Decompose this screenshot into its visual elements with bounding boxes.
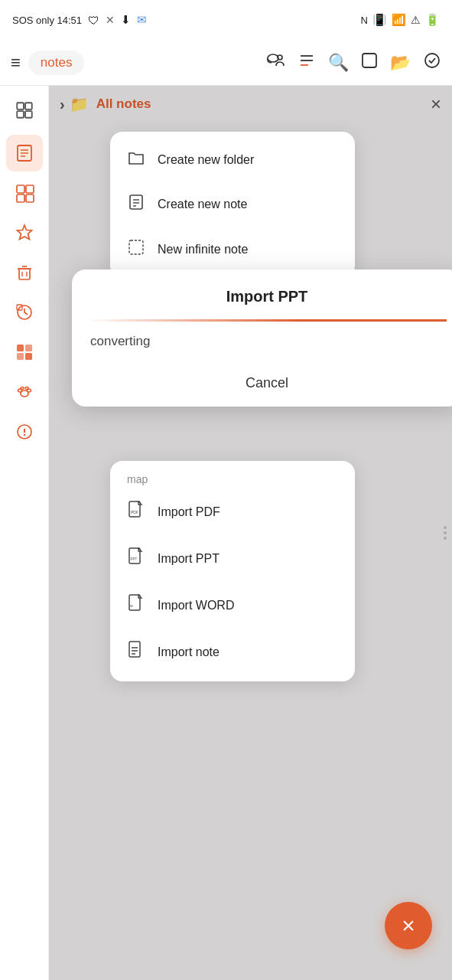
menu-button[interactable]: ≡ — [11, 53, 21, 73]
svg-rect-16 — [26, 185, 34, 193]
import-ppt-label: Import PPT — [158, 552, 219, 566]
sidebar-item-notes-list[interactable] — [6, 135, 43, 172]
status-bar: SOS only 14:51 🛡 ✕ ⬇ ✉ N 📳 📶 ⚠ 🔋 — [0, 0, 452, 40]
word-icon: W — [127, 594, 145, 616]
note-import-icon — [127, 641, 145, 663]
status-right: N 📳 📶 ⚠ 🔋 — [361, 13, 440, 27]
create-folder-item[interactable]: Create new folder — [110, 138, 355, 181]
svg-text:PPT: PPT — [131, 557, 138, 561]
fab-x-icon: × — [402, 914, 415, 937]
svg-rect-49 — [129, 642, 140, 657]
import-ppt-item[interactable]: PPT Import PPT — [110, 535, 355, 582]
svg-rect-8 — [25, 103, 32, 109]
svg-point-33 — [21, 387, 24, 390]
sidebar-item-starred[interactable] — [6, 214, 43, 251]
sidebar-item-trash[interactable] — [6, 254, 43, 291]
resize-dot — [444, 537, 447, 540]
resize-dot — [444, 526, 447, 529]
new-infinite-note-label: New infinite note — [158, 243, 248, 256]
nfc-icon: N — [361, 15, 368, 26]
sidebar-collapse-icon[interactable] — [6, 92, 43, 129]
download-icon: ⬇ — [121, 13, 131, 27]
create-folder-label: Create new folder — [158, 153, 254, 167]
square-icon[interactable] — [361, 52, 378, 74]
wifi-icon: 📶 — [392, 13, 406, 27]
import-word-item[interactable]: W Import WORD — [110, 582, 355, 629]
svg-rect-18 — [26, 194, 34, 202]
svg-point-6 — [425, 54, 439, 67]
sidebar-item-alert[interactable] — [6, 413, 43, 450]
search-icon[interactable]: 🔍 — [328, 53, 349, 73]
svg-rect-38 — [130, 195, 142, 209]
import-note-item[interactable]: Import note — [110, 629, 355, 675]
sidebar-item-paw[interactable] — [6, 374, 43, 410]
shield-icon: 🛡 — [88, 14, 99, 27]
import-dialog-title: Import PPT — [72, 270, 452, 319]
vibrate-icon: 📳 — [372, 13, 387, 27]
resize-handle[interactable] — [438, 518, 452, 548]
pdf-icon: PDF — [127, 501, 145, 523]
svg-rect-27 — [25, 345, 32, 351]
svg-rect-7 — [17, 103, 24, 109]
import-dialog: Import PPT converting Cancel — [72, 270, 452, 407]
folder-icon[interactable]: 📂 — [390, 53, 411, 73]
svg-marker-19 — [17, 225, 31, 240]
import-note-label: Import note — [158, 645, 219, 659]
resize-dot — [444, 531, 447, 534]
cloud-person-icon[interactable] — [265, 52, 285, 74]
svg-rect-29 — [25, 353, 32, 360]
sidebar-item-widget[interactable] — [6, 334, 43, 371]
svg-rect-20 — [19, 269, 30, 279]
svg-rect-17 — [17, 194, 24, 202]
new-infinite-note-item[interactable]: New infinite note — [110, 227, 355, 272]
content-area: › 📁 All notes × Create new folder — [49, 86, 452, 980]
sidebar-item-sticky[interactable] — [6, 175, 43, 211]
folder-plus-icon — [127, 150, 145, 169]
context-menu: Create new folder Create new note — [110, 132, 355, 278]
import-dialog-cancel-button[interactable]: Cancel — [72, 364, 452, 407]
import-pdf-label: Import PDF — [158, 505, 220, 519]
toolbar: ≡ notes 🔍 📂 — [0, 40, 452, 86]
bottom-menu: map PDF Import PDF PPT — [110, 461, 355, 681]
import-word-label: Import WORD — [158, 599, 234, 612]
battery-alert-icon: ⚠ — [411, 14, 421, 26]
sidebar-item-recent[interactable] — [6, 294, 43, 331]
fab-close-button[interactable]: × — [385, 902, 432, 949]
create-note-label: Create new note — [158, 198, 247, 211]
svg-rect-5 — [363, 54, 376, 67]
list-icon[interactable] — [298, 52, 316, 74]
main-area: › 📁 All notes × Create new folder — [0, 86, 452, 980]
app-title: notes — [28, 51, 85, 75]
svg-point-0 — [268, 54, 278, 62]
check-circle-icon[interactable] — [423, 51, 441, 74]
email-icon: ✉ — [137, 13, 147, 27]
svg-rect-28 — [17, 353, 24, 360]
status-left: SOS only 14:51 🛡 ✕ ⬇ ✉ — [12, 13, 147, 27]
create-note-item[interactable]: Create new note — [110, 181, 355, 227]
svg-text:W: W — [130, 604, 133, 608]
toolbar-icons: 🔍 📂 — [265, 51, 441, 74]
sidebar — [0, 86, 49, 980]
svg-rect-42 — [129, 240, 143, 254]
svg-text:PDF: PDF — [131, 510, 138, 514]
svg-point-34 — [25, 387, 28, 390]
infinite-note-icon — [127, 239, 145, 260]
import-dialog-status: converting — [72, 322, 452, 364]
sos-text: SOS only 14:51 — [12, 15, 82, 26]
svg-point-37 — [23, 434, 24, 436]
svg-rect-26 — [17, 345, 24, 351]
svg-rect-9 — [17, 111, 24, 118]
battery-icon: 🔋 — [425, 13, 440, 27]
import-pdf-item[interactable]: PDF Import PDF — [110, 488, 355, 535]
svg-rect-10 — [25, 111, 32, 118]
ppt-icon: PPT — [127, 547, 145, 570]
bottom-menu-hint: map — [110, 467, 355, 488]
x-circle-icon: ✕ — [106, 14, 115, 26]
svg-rect-15 — [17, 185, 24, 193]
note-plus-icon — [127, 194, 145, 214]
